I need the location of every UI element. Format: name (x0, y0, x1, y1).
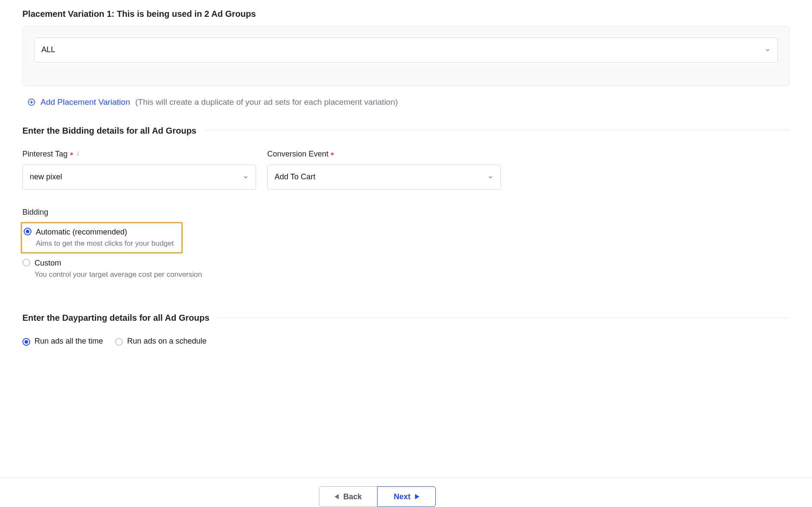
add-placement-row: Add Placement Variation (This will creat… (28, 97, 790, 108)
bidding-heading: Enter the Bidding details for all Ad Gro… (22, 125, 197, 137)
placement-variation-title: Placement Variation 1: This is being use… (22, 8, 790, 20)
add-placement-hint: (This will create a duplicate of your ad… (135, 97, 398, 108)
bidding-automatic-desc: Aims to get the most clicks for your bud… (36, 238, 174, 249)
bidding-label: Bidding (22, 207, 790, 218)
run-schedule-option[interactable]: Run ads on a schedule (115, 336, 206, 347)
chevron-down-icon (243, 174, 249, 180)
chevron-down-icon (765, 47, 771, 53)
radio-unselected-icon (22, 259, 30, 266)
run-all-time-option[interactable]: Run ads all the time (22, 336, 103, 347)
placement-select[interactable]: ALL (34, 38, 778, 63)
divider (217, 317, 790, 318)
conversion-event-label: Conversion Event (267, 149, 501, 160)
required-dot-icon (70, 153, 73, 155)
bidding-automatic-option[interactable]: Automatic (recommended) Aims to get the … (22, 225, 179, 250)
radio-selected-icon (22, 338, 30, 346)
add-placement-link[interactable]: Add Placement Variation (41, 97, 130, 108)
required-dot-icon (331, 153, 334, 155)
bidding-custom-label: Custom (34, 258, 202, 269)
placement-select-value: ALL (41, 44, 55, 55)
run-all-time-label: Run ads all the time (34, 336, 103, 347)
pinterest-tag-label: Pinterest Tag i (22, 149, 256, 160)
dayparting-heading: Enter the Dayparting details for all Ad … (22, 312, 209, 324)
info-icon[interactable]: i (77, 149, 79, 159)
bidding-automatic-label: Automatic (recommended) (36, 227, 174, 238)
conversion-event-value: Add To Cart (275, 172, 315, 182)
pinterest-tag-select[interactable]: new pixel (22, 165, 256, 190)
conversion-event-select[interactable]: Add To Cart (267, 165, 501, 190)
highlight-box: Automatic (recommended) Aims to get the … (21, 222, 183, 254)
radio-unselected-icon (115, 338, 123, 346)
divider (204, 130, 790, 131)
radio-selected-icon (24, 228, 31, 235)
bidding-custom-desc: You control your target average cost per… (34, 269, 202, 280)
pinterest-tag-value: new pixel (30, 172, 62, 182)
chevron-down-icon (487, 174, 493, 180)
placement-panel: ALL (22, 26, 790, 86)
run-schedule-label: Run ads on a schedule (127, 336, 206, 347)
plus-circle-icon (28, 98, 35, 106)
bidding-custom-option[interactable]: Custom You control your target average c… (22, 256, 790, 282)
